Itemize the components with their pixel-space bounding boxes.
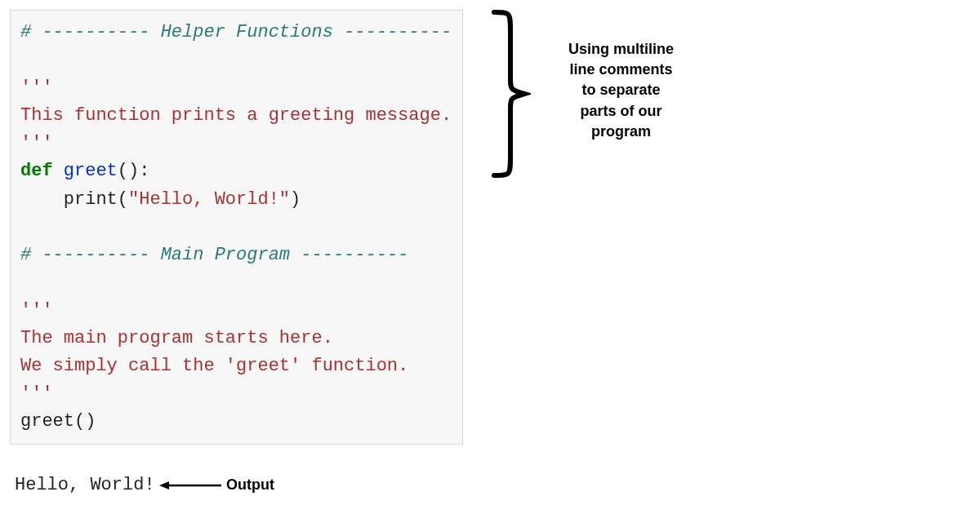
brace-icon: [482, 8, 531, 179]
annotation-line: program: [546, 122, 697, 142]
annotation-line: to separate: [546, 80, 697, 100]
annotation-line: line comments: [546, 60, 697, 80]
output-label: Output: [226, 476, 274, 494]
annotation-text: Using multiline line comments to separat…: [546, 39, 697, 142]
code-block: # ---------- Helper Functions ----------…: [10, 10, 463, 445]
program-output: Hello, World!: [15, 475, 155, 495]
annotation-line: parts of our: [546, 101, 697, 122]
annotation-line: Using multiline: [546, 39, 697, 60]
arrow-icon: [159, 480, 223, 491]
svg-marker-1: [159, 481, 169, 490]
